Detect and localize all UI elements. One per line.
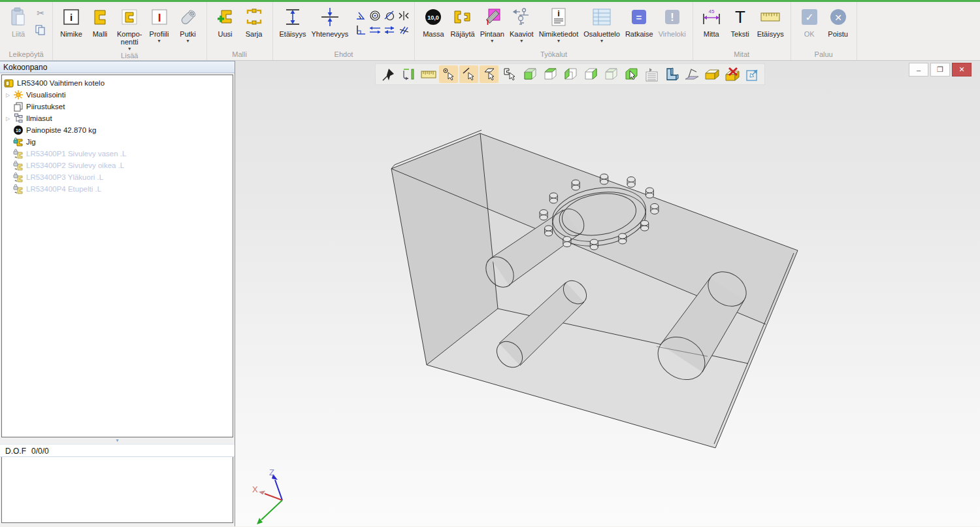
group-label-constraints: Ehdot — [277, 50, 411, 60]
opposite-direction-icon[interactable] — [382, 23, 396, 37]
select-solid-icon[interactable] — [520, 65, 539, 83]
text-button[interactable]: T Teksti — [726, 3, 755, 38]
item-data-icon: i — [547, 5, 570, 29]
select-body-icon[interactable] — [601, 65, 620, 83]
diagrams-dropdown-icon[interactable]: ▾ — [520, 39, 523, 43]
antiparallel-constraint-icon[interactable] — [397, 23, 410, 37]
expander-icon[interactable]: ▷ — [3, 116, 12, 122]
plane-tool-icon[interactable] — [682, 65, 701, 83]
item-data-dropdown-icon[interactable]: ▾ — [557, 39, 560, 43]
open-box-icon[interactable] — [702, 65, 721, 83]
profile-label: Profiili — [150, 30, 169, 38]
configurations-icon — [12, 113, 24, 124]
item-label: Nimike — [60, 30, 82, 38]
parts-list-icon — [590, 5, 613, 29]
notes-icon[interactable] — [642, 65, 661, 83]
tree-item-drawings[interactable]: Piirustukset — [3, 101, 233, 112]
component-button[interactable]: Kompo-nentti ▾ — [114, 3, 145, 51]
tree-item-mass-point[interactable]: 10 Painopiste 42.870 kg — [3, 124, 233, 136]
expand-view-icon[interactable] — [743, 65, 762, 83]
text-icon: T — [728, 5, 752, 29]
explode-button[interactable]: Räjäytä — [448, 3, 477, 38]
diagrams-button[interactable]: Kaaviot ▾ — [507, 3, 536, 43]
tree-item-configurations[interactable]: ▷ Ilmiasut — [3, 112, 233, 124]
pin-icon[interactable] — [378, 65, 397, 83]
select-edge-icon[interactable] — [459, 65, 478, 83]
profile-button[interactable]: I Profiili ▾ — [145, 3, 174, 43]
distance-constraint-button[interactable]: Etäisyys — [277, 3, 309, 38]
concentric-constraint-icon[interactable] — [368, 8, 382, 22]
onto-surface-dropdown-icon[interactable]: ▾ — [491, 39, 493, 43]
item-button[interactable]: i Nimike — [57, 3, 86, 38]
part-icon — [88, 5, 112, 29]
delete-box-icon[interactable] — [723, 65, 742, 83]
tree-item-root[interactable]: LR53400 Vaihtimen kotelo — [3, 77, 233, 89]
coincidence-button[interactable]: Yhtenevyys — [309, 3, 351, 38]
select-component-icon[interactable] — [621, 65, 640, 83]
tree-item-jig[interactable]: Jig — [3, 136, 233, 148]
parts-list-dropdown-icon[interactable]: ▾ — [600, 39, 603, 43]
mass-button[interactable]: 10,0 Massa — [419, 3, 448, 38]
select-top-face-icon[interactable] — [540, 65, 559, 83]
angle-constraint-icon[interactable] — [353, 8, 367, 22]
tree-item-part[interactable]: LR53400P2 Sivulevy oikea .L — [3, 160, 233, 171]
dimension-icon: 45 — [700, 5, 723, 29]
group-label-model: Malli — [211, 50, 269, 60]
restore-button[interactable]: ❐ — [930, 63, 950, 76]
tree-item-part[interactable]: LR53400P3 Yläkuori .L — [3, 171, 233, 183]
component-label-1: Kompo- — [117, 30, 142, 38]
select-face-icon[interactable] — [480, 65, 498, 83]
solve-button[interactable]: = Ratkaise — [623, 3, 656, 38]
ruler-icon[interactable] — [419, 65, 438, 83]
text-label: Teksti — [731, 30, 749, 38]
cut-button[interactable]: ✂ — [34, 7, 47, 19]
select-back-face-icon[interactable] — [581, 65, 600, 83]
measure-distance-button[interactable]: Etäisyys — [755, 3, 787, 38]
panel-splitter[interactable]: ▾ — [0, 437, 235, 444]
viewport-toolbar — [375, 63, 765, 85]
model-button[interactable]: Malli — [86, 3, 114, 38]
tangent-constraint-icon[interactable] — [382, 8, 396, 22]
profile-dropdown-icon[interactable]: ▾ — [158, 39, 161, 43]
expander-icon[interactable]: ▷ — [3, 92, 12, 98]
select-feature-icon[interactable] — [500, 65, 519, 83]
ribbon: Liitä ✂ Leikepöytä i Nimike — [0, 2, 980, 61]
close-button[interactable]: ✕ — [952, 63, 972, 76]
tree-item-label: LR53400 Vaihtimen kotelo — [17, 79, 105, 87]
new-button[interactable]: Uusi — [211, 3, 240, 38]
onto-surface-button[interactable]: I Pintaan ▾ — [478, 3, 507, 43]
part-locked-icon — [12, 160, 24, 171]
symmetry-constraint-icon[interactable] — [397, 8, 410, 22]
exit-button[interactable]: ✕ Poistu — [824, 3, 853, 38]
parts-list-button[interactable]: Osaluettelo ▾ — [581, 3, 623, 43]
parallel-constraint-icon[interactable] — [368, 23, 382, 37]
series-button[interactable]: Sarja — [240, 3, 269, 38]
item-icon: i — [59, 5, 83, 29]
minimize-button[interactable]: – — [909, 63, 928, 76]
tree-item-part[interactable]: LR53400P1 Sivulevy vasen .L — [3, 148, 233, 160]
select-side-face-icon[interactable] — [561, 65, 580, 83]
pipe-button[interactable]: Putki ▾ — [174, 3, 203, 43]
model-canvas[interactable] — [235, 61, 980, 526]
select-point-icon[interactable] — [439, 65, 458, 83]
update-dimension-icon[interactable] — [399, 65, 417, 83]
tree-item-part[interactable]: LR53400P4 Etupelti .L — [3, 183, 233, 195]
ok-button[interactable]: ✓ OK — [795, 3, 824, 38]
tree-item-visualization[interactable]: ▷ Visualisointi — [3, 89, 233, 101]
tree-item-label: LR53400P3 Yläkuori .L — [26, 173, 103, 181]
item-data-button[interactable]: i Nimiketiedot ▾ — [536, 3, 581, 43]
dimension-button[interactable]: 45 Mitta — [697, 3, 726, 38]
profile-tool-icon[interactable] — [662, 65, 681, 83]
exit-x-icon: ✕ — [826, 5, 850, 29]
component-dropdown-icon[interactable]: ▾ — [128, 46, 131, 51]
svg-text:i: i — [557, 8, 560, 18]
viewport[interactable]: – ❐ ✕ Z X — [235, 61, 980, 526]
tree-item-label: LR53400P1 Sivulevy vasen .L — [26, 150, 126, 158]
error-log-button[interactable]: ! Virheloki — [656, 3, 689, 38]
group-label-dimensions: Mitat — [697, 50, 787, 60]
copy-button[interactable] — [34, 24, 47, 36]
diagrams-label: Kaaviot — [510, 30, 534, 38]
pipe-dropdown-icon[interactable]: ▾ — [187, 39, 189, 43]
perpendicular-constraint-icon[interactable] — [353, 23, 367, 37]
paste-button[interactable]: Liitä — [4, 3, 33, 38]
